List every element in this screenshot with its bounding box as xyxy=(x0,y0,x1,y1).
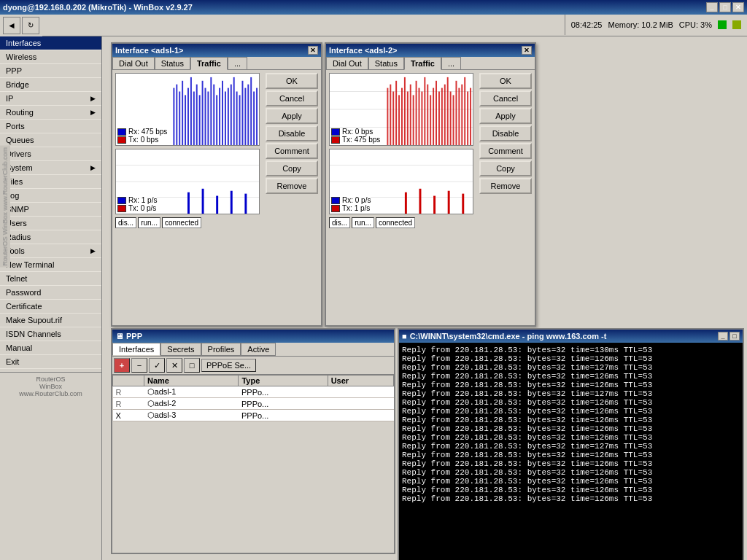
ppp-title-bar[interactable]: 🖥 PPP xyxy=(112,330,394,343)
sidebar-item-interfaces[interactable]: Interfaces xyxy=(0,36,101,50)
sidebar-item-telnet[interactable]: Telnet xyxy=(0,272,101,286)
svg-rect-18 xyxy=(213,85,214,145)
adsl2-tab-traffic[interactable]: Traffic xyxy=(404,57,441,70)
sidebar-item-ports[interactable]: Ports xyxy=(0,120,101,133)
ppp-pppoe-button[interactable]: PPPoE Se... xyxy=(201,359,256,372)
ppp-tab-interfaces[interactable]: Interfaces xyxy=(112,343,160,356)
sidebar-item-isdn[interactable]: ISDN Channels xyxy=(0,327,101,341)
sidebar-item-exit[interactable]: Exit xyxy=(0,355,101,369)
adsl1-tab-dialout[interactable]: Dial Out xyxy=(112,57,155,70)
adsl2-status-dis: dis... xyxy=(329,217,350,228)
adsl1-remove-button[interactable]: Remove xyxy=(266,178,318,194)
cmd-line-3: Reply from 220.181.28.53: bytes=32 time=… xyxy=(402,363,740,372)
adsl1-close-button[interactable]: ✕ xyxy=(308,46,318,55)
ppp-tabs: Interfaces Secrets Profiles Active xyxy=(112,343,394,357)
sidebar-item-routing[interactable]: Routing ▶ xyxy=(0,106,101,120)
adsl2-copy-button[interactable]: Copy xyxy=(479,160,532,176)
adsl1-title-text: Interface <adsl-1> xyxy=(115,46,184,55)
brand-routeros: RouterOS xyxy=(3,376,98,383)
adsl1-disable-button[interactable]: Disable xyxy=(266,125,318,141)
adsl2-cancel-button[interactable]: Cancel xyxy=(479,90,532,106)
adsl1-tab-status[interactable]: Status xyxy=(155,57,190,70)
ppp-row-adsl2[interactable]: R ⬡adsl-2 PPPo... xyxy=(113,398,394,410)
minimize-button[interactable]: _ xyxy=(706,2,718,12)
svg-rect-21 xyxy=(222,81,223,145)
adsl2-status-run: run... xyxy=(352,217,374,228)
sidebar-item-radius[interactable]: Radius xyxy=(0,230,101,244)
adsl1-pps-chart: Rx: 1 p/s Tx: 0 p/s xyxy=(115,149,260,214)
close-button[interactable]: ✕ xyxy=(732,2,744,12)
adsl2-title-bar[interactable]: Interface <adsl-2> ✕ xyxy=(326,44,535,57)
adsl1-status-dis: dis... xyxy=(115,217,136,228)
ppp-row-adsl3[interactable]: X ⬡adsl-3 PPPo... xyxy=(113,410,394,421)
sidebar-item-supout[interactable]: Make Supout.rif xyxy=(0,314,101,327)
svg-rect-84 xyxy=(448,191,450,214)
sidebar-item-manual[interactable]: Manual xyxy=(0,341,101,355)
cmd-minimize-button[interactable]: _ xyxy=(718,332,728,341)
adsl2-close-button[interactable]: ✕ xyxy=(522,46,532,55)
adsl1-cancel-button[interactable]: Cancel xyxy=(266,90,318,106)
svg-rect-69 xyxy=(450,92,452,146)
sidebar-item-bridge[interactable]: Bridge xyxy=(0,78,101,92)
ppp-add-button[interactable]: + xyxy=(114,358,130,373)
svg-rect-20 xyxy=(219,88,220,145)
sidebar-item-log[interactable]: Log xyxy=(0,189,101,203)
ppp-copy-button[interactable]: □ xyxy=(184,358,200,373)
forward-button[interactable]: ↻ xyxy=(22,17,39,34)
back-button[interactable]: ◄ xyxy=(3,17,20,34)
ppp-flag-adsl2: R xyxy=(113,398,144,410)
sidebar-item-system[interactable]: System ▶ xyxy=(0,161,101,175)
ppp-enable-button[interactable]: ✓ xyxy=(149,358,165,373)
sidebar-item-drivers[interactable]: Drivers xyxy=(0,147,101,161)
adsl1-tab-traffic[interactable]: Traffic xyxy=(190,57,228,70)
svg-rect-61 xyxy=(427,85,428,145)
adsl1-apply-button[interactable]: Apply xyxy=(266,108,318,124)
adsl1-ok-button[interactable]: OK xyxy=(266,73,318,89)
ppp-name-adsl1: ⬡adsl-1 xyxy=(144,386,239,398)
sidebar-label-manual: Manual xyxy=(6,343,32,352)
maximize-button[interactable]: □ xyxy=(719,2,731,12)
sidebar-item-ppp[interactable]: PPP xyxy=(0,64,101,78)
sidebar-item-queues[interactable]: Queues xyxy=(0,133,101,147)
sidebar-item-files[interactable]: Files xyxy=(0,175,101,189)
sidebar-item-ip[interactable]: IP ▶ xyxy=(0,92,101,106)
adsl1-pps-legend: Rx: 1 p/s Tx: 0 p/s xyxy=(117,196,157,212)
cmd-maximize-button[interactable]: □ xyxy=(729,332,740,341)
ppp-name-adsl2: ⬡adsl-2 xyxy=(144,398,239,410)
adsl1-tab-more[interactable]: ... xyxy=(228,57,247,70)
sidebar-item-certificate[interactable]: Certificate xyxy=(0,300,101,314)
col-header-user: User xyxy=(328,376,393,386)
adsl2-disable-button[interactable]: Disable xyxy=(479,125,532,141)
col-header-name: Name xyxy=(144,376,239,386)
sidebar-item-users[interactable]: Users xyxy=(0,217,101,230)
svg-rect-33 xyxy=(256,88,258,145)
adsl2-tab-dialout[interactable]: Dial Out xyxy=(326,57,368,70)
cmd-line-7: Reply from 220.181.28.53: bytes=32 time=… xyxy=(402,398,740,407)
adsl1-comment-button[interactable]: Comment xyxy=(266,143,318,159)
cmd-title-text: C:\WINNT\system32\cmd.exe - ping www.163… xyxy=(410,332,718,341)
adsl2-pps-legend: Rx: 0 p/s Tx: 1 p/s xyxy=(331,196,371,212)
ppp-remove-button[interactable]: − xyxy=(131,358,147,373)
adsl2-tab-more[interactable]: ... xyxy=(441,57,461,70)
adsl2-comment-button[interactable]: Comment xyxy=(479,143,532,159)
ppp-tab-secrets[interactable]: Secrets xyxy=(160,343,201,356)
sidebar-item-new-terminal[interactable]: New Terminal xyxy=(0,258,101,272)
adsl2-tab-status[interactable]: Status xyxy=(368,57,404,70)
adsl2-content: Rx: 0 bps Tx: 475 bps xyxy=(326,70,535,231)
sidebar-item-tools[interactable]: Tools ▶ xyxy=(0,244,101,258)
adsl1-copy-button[interactable]: Copy xyxy=(266,160,318,176)
adsl2-ok-button[interactable]: OK xyxy=(479,73,532,89)
cmd-title-bar[interactable]: ■ C:\WINNT\system32\cmd.exe - ping www.1… xyxy=(399,330,743,343)
toolbar: ◄ ↻ xyxy=(0,15,42,36)
sidebar-item-snmp[interactable]: SNMP xyxy=(0,203,101,217)
svg-rect-7 xyxy=(182,81,183,145)
adsl2-remove-button[interactable]: Remove xyxy=(479,178,532,194)
sidebar-item-wireless[interactable]: Wireless xyxy=(0,50,101,64)
ppp-tab-profiles[interactable]: Profiles xyxy=(201,343,241,356)
ppp-row-adsl1[interactable]: R ⬡adsl-1 PPPo... xyxy=(113,386,394,398)
ppp-disable-button[interactable]: ✕ xyxy=(166,358,182,373)
adsl2-apply-button[interactable]: Apply xyxy=(479,108,532,124)
ppp-tab-active[interactable]: Active xyxy=(241,343,276,356)
adsl1-title-bar[interactable]: Interface <adsl-1> ✕ xyxy=(112,44,321,57)
sidebar-item-password[interactable]: Password xyxy=(0,286,101,300)
